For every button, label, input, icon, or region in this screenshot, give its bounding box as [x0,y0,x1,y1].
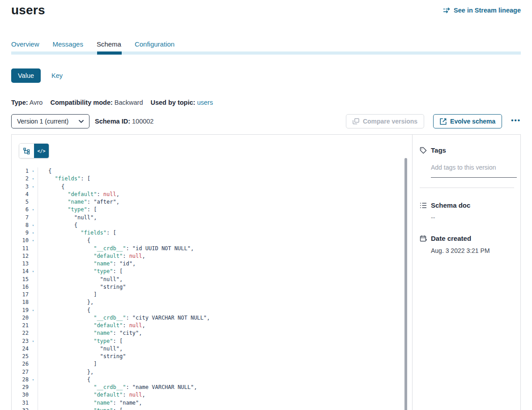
fold-spacer [29,368,38,376]
evolve-schema-button[interactable]: Evolve schema [433,114,502,128]
schema-id: Schema ID: 100002 [95,118,153,125]
page-title: users [11,3,45,17]
stream-lineage-icon [443,7,451,13]
line-number: 10 [12,237,29,244]
code-line: 4 "default": null, [12,191,396,198]
code-line-text: { [38,183,64,191]
schema-id-label: Schema ID: [95,118,130,125]
fold-toggle-icon[interactable]: ▾ [29,183,38,191]
fold-spacer [29,329,38,337]
value-toggle-button[interactable]: Value [11,68,41,83]
tab-configuration[interactable]: Configuration [135,40,174,48]
code-line: 1▾{ [12,167,396,175]
stream-lineage-link[interactable]: See in Stream lineage [443,7,521,14]
version-select[interactable]: Version 1 (current) [11,114,89,128]
editor-view-toggle: </> [19,143,49,158]
fold-toggle-icon[interactable]: ▾ [29,175,38,183]
code-line-text: ] [38,291,97,299]
code-line: 30 "default": null, [12,391,396,399]
fold-toggle-icon[interactable]: ▾ [29,268,38,275]
fold-spacer [29,399,38,407]
fold-toggle-icon[interactable]: ▾ [29,376,38,384]
line-number: 19 [12,307,29,314]
line-number: 4 [12,191,29,198]
code-line-text: "type": [ [38,337,123,345]
fold-toggle-icon[interactable]: ▾ [29,407,38,410]
fold-toggle-icon[interactable]: ▾ [29,206,38,214]
fold-toggle-icon[interactable]: ▾ [29,237,38,244]
compatibility-mode-label: Compatibility mode: [50,99,112,106]
fold-toggle-icon[interactable]: ▾ [29,222,38,229]
code-line: 29 "__crdb__": "name VARCHAR NULL", [12,384,396,391]
fold-spacer [29,391,38,399]
sidebar-divider [420,188,514,188]
line-number: 6 [12,206,29,214]
code-view-button[interactable]: </> [34,144,49,158]
fold-toggle-icon[interactable]: ▾ [29,229,38,237]
calendar-plus-icon [420,235,427,242]
tab-overview[interactable]: Overview [11,40,39,48]
code-line-text: "__crdb__": "city VARCHAR NOT NULL", [38,314,210,322]
compatibility-mode-value: Backward [115,99,143,106]
line-number: 31 [12,399,29,407]
fold-spacer [29,345,38,353]
line-number: 3 [12,183,29,191]
fold-toggle-icon[interactable]: ▾ [29,167,38,175]
code-line-text: { [38,237,90,244]
code-line: 13 "name": "id", [12,260,396,268]
code-line: 3▾ { [12,183,396,191]
tab-active-indicator [97,51,122,55]
fold-spacer [29,384,38,391]
fold-toggle-icon[interactable]: ▾ [29,307,38,314]
date-created-section-header: Date created [420,235,514,242]
editor-scrollbar[interactable] [404,158,407,410]
line-number: 1 [12,167,29,175]
schema-actions: Compare versions Evolve schema ••• [346,114,521,128]
tab-underline-track [11,51,521,55]
tab-schema[interactable]: Schema [97,40,121,48]
line-number: 16 [12,283,29,291]
value-key-toggle: Value Key [11,68,63,83]
code-line: 23▾ "type": [ [12,337,396,345]
used-by-topic-label: Used by topic: [150,99,195,106]
code-line: 9▾ "fields": [ [12,229,396,237]
code-line-text: "type": [ [38,206,97,214]
chevron-down-icon [79,120,84,123]
code-line: 31 "name": "name", [12,399,396,407]
line-number: 5 [12,198,29,206]
code-line: 2▾ "fields": [ [12,175,396,183]
tab-messages[interactable]: Messages [53,40,83,48]
code-line-text: "string" [38,353,126,360]
fold-spacer [29,191,38,198]
compare-versions-button[interactable]: Compare versions [346,114,424,128]
code-line-text: "null", [38,276,123,283]
code-line: 16 "string" [12,283,396,291]
fold-spacer [29,276,38,283]
fold-spacer [29,360,38,368]
key-toggle-link[interactable]: Key [51,72,63,79]
tag-icon [420,147,427,154]
code-line-text: "name": "after", [38,198,119,206]
tree-view-button[interactable] [19,144,34,158]
code-line: 25 "string" [12,353,396,360]
code-line: 22 "name": "city", [12,329,396,337]
code-line-text: }, [38,299,94,306]
fold-toggle-icon[interactable]: ▾ [29,337,38,345]
add-tags-input[interactable]: Add tags to this version [431,163,517,178]
code-line-text: "null", [38,345,123,353]
line-number: 11 [12,245,29,252]
more-actions-button[interactable]: ••• [511,117,521,126]
code-line-text: "fields": [ [38,229,116,237]
schema-panel: </> 1▾{2▾ "fields": [3▾ {4 "default": nu… [11,134,521,410]
used-by-topic-link[interactable]: users [197,99,213,106]
line-number: 12 [12,252,29,260]
fold-spacer [29,260,38,268]
code-line-text: { [38,307,90,314]
line-number: 9 [12,229,29,237]
line-number: 28 [12,376,29,384]
version-select-value: Version 1 (current) [17,118,68,125]
schema-controls-row: Version 1 (current) Schema ID: 100002 Co… [11,114,521,128]
code-line-text: "type": [ [38,407,123,410]
date-created-title: Date created [431,235,471,242]
line-number: 13 [12,260,29,268]
